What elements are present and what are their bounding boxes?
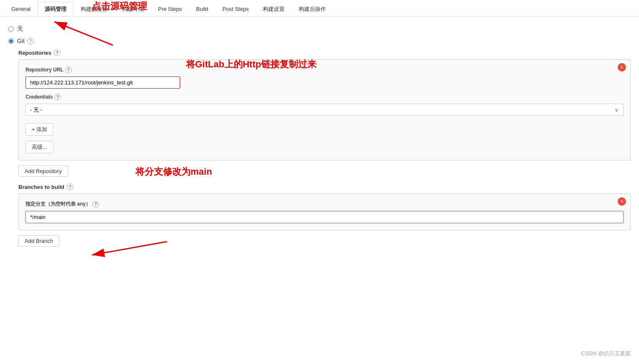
branch-field-label: 指定分支（为空时代表 any） ? (25, 201, 624, 208)
branch-panel: × 指定分支（为空时代表 any） ? (18, 193, 631, 230)
annotation-gitlab: 将GitLab上的Http链接复制过来 (186, 58, 316, 71)
git-help-icon[interactable]: ? (27, 38, 34, 44)
repositories-label: Repositories ? (18, 49, 631, 56)
credentials-label-text: Credentials (25, 94, 53, 100)
repositories-help-icon[interactable]: ? (54, 49, 61, 56)
radio-none[interactable] (8, 26, 14, 32)
radio-none-label: 无 (17, 25, 23, 33)
radio-git-label: Git (17, 38, 25, 44)
repository-panel: × Repository URL ? 将GitLab上的Http链接复制过来 C… (18, 59, 631, 160)
tab-bar: General 源码管理 构建触发器 构建环境 Pre Steps Build … (0, 0, 639, 17)
repo-url-help-icon[interactable]: ? (65, 66, 72, 73)
tab-build[interactable]: Build (189, 2, 215, 15)
main-content: 无 Git ? 点击源码管理 Repositories ? × (0, 17, 639, 364)
credentials-label: Credentials ? (25, 94, 624, 100)
repo-url-label-text: Repository URL (25, 67, 64, 73)
tab-general[interactable]: General (4, 2, 38, 15)
branches-label: Branches to build ? (18, 183, 631, 190)
tab-trigger[interactable]: 构建触发器 (74, 2, 115, 16)
advanced-button[interactable]: 高级... (25, 141, 53, 153)
watermark: CSDN @亿只王菜菜 (581, 350, 631, 357)
add-repository-wrapper: Add Repository 将分支修改为main (18, 165, 631, 177)
branch-help-icon[interactable]: ? (92, 201, 99, 208)
add-repository-button[interactable]: Add Repository (18, 165, 68, 177)
annotation-branch: 将分支修改为main (135, 165, 212, 178)
page-wrapper: General 源码管理 构建触发器 构建环境 Pre Steps Build … (0, 0, 639, 364)
tab-pre[interactable]: Pre Steps (151, 2, 189, 15)
branch-input[interactable] (25, 211, 624, 223)
add-branch-wrapper: Add Branch (18, 235, 631, 247)
credentials-help-icon[interactable]: ? (54, 94, 61, 100)
repo-url-label: Repository URL ? 将GitLab上的Http链接复制过来 (25, 66, 624, 73)
branches-label-text: Branches to build (18, 184, 64, 190)
radio-git-item[interactable]: Git ? 点击源码管理 (8, 38, 631, 44)
add-credentials-wrapper: + 添加 (25, 119, 624, 136)
radio-none-item[interactable]: 无 (8, 25, 631, 33)
add-branch-button[interactable]: Add Branch (18, 235, 59, 247)
radio-group: 无 Git ? 点击源码管理 (8, 25, 631, 44)
tab-post[interactable]: Post Steps (215, 2, 256, 15)
tab-after[interactable]: 构建后操作 (292, 2, 333, 16)
repo-url-input[interactable] (25, 76, 180, 89)
branches-help-icon[interactable]: ? (67, 183, 74, 190)
tab-source[interactable]: 源码管理 (38, 2, 74, 16)
credentials-select-wrapper: - 无 - (25, 104, 624, 116)
tab-settings[interactable]: 构建设置 (256, 2, 292, 16)
branch-field-label-text: 指定分支（为空时代表 any） (25, 201, 91, 208)
tab-env[interactable]: 构建环境 (115, 2, 151, 16)
repositories-section: Repositories ? × Repository URL ? 将GitLa… (18, 49, 631, 247)
radio-git[interactable] (8, 38, 14, 44)
branch-panel-close[interactable]: × (618, 197, 626, 206)
repositories-label-text: Repositories (18, 50, 51, 56)
advanced-wrapper: 高级... (25, 141, 624, 153)
repository-panel-close[interactable]: × (618, 63, 626, 71)
credentials-select[interactable]: - 无 - (25, 104, 624, 116)
add-credentials-button[interactable]: + 添加 (25, 123, 53, 136)
